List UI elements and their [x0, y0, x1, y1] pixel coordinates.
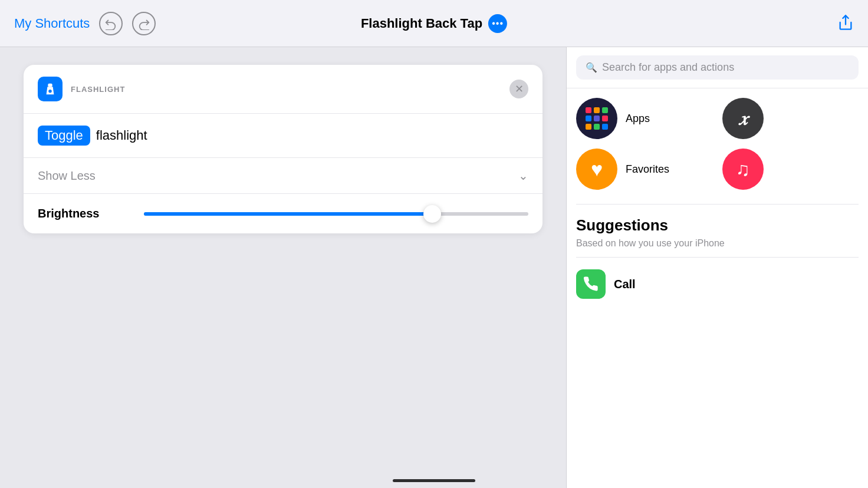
apps-icon-circle — [576, 98, 617, 139]
show-less-row[interactable]: Show Less ⌄ — [24, 158, 542, 194]
section-divider — [576, 204, 859, 205]
toggle-badge[interactable]: Toggle — [38, 126, 90, 146]
suggestion-call-label: Call — [614, 278, 636, 291]
heart-icon: ♥ — [591, 158, 603, 181]
search-placeholder-text: Search for apps and actions — [602, 61, 734, 74]
share-button[interactable] — [837, 14, 854, 33]
flashlight-label: flashlight — [96, 128, 147, 143]
flashlight-app-icon — [38, 77, 63, 101]
favorites-item-label: Favorites — [626, 163, 669, 176]
scripting-icon-circle: 𝑥 — [722, 98, 764, 139]
card-header-left: FLASHLIGHT — [38, 77, 125, 101]
phone-icon-circle — [576, 269, 606, 299]
slider-fill — [144, 212, 432, 216]
apps-section: Apps 𝑥 ♥ Favorites — [576, 98, 859, 190]
music-note-icon: ♫ — [736, 159, 750, 180]
music-icon-circle: ♫ — [722, 149, 764, 190]
undo-icon — [104, 17, 117, 30]
brightness-row: Brightness — [24, 194, 542, 233]
app-item-apps[interactable]: Apps — [576, 98, 713, 139]
action-card: FLASHLIGHT ✕ Toggle flashlight Show Less… — [24, 65, 542, 233]
close-action-button[interactable]: ✕ — [509, 80, 528, 98]
flashlight-svg-icon — [44, 83, 57, 95]
favorites-icon-circle: ♥ — [576, 149, 617, 190]
app-item-scripting[interactable]: 𝑥 — [722, 98, 859, 139]
header-right — [837, 14, 854, 33]
suggestions-divider — [576, 257, 859, 258]
show-less-label: Show Less — [38, 169, 96, 183]
left-panel: FLASHLIGHT ✕ Toggle flashlight Show Less… — [0, 47, 566, 488]
share-icon — [837, 14, 854, 31]
slider-thumb[interactable] — [423, 205, 441, 223]
more-options-button[interactable]: ••• — [488, 14, 507, 33]
scripting-x-icon: 𝑥 — [739, 108, 747, 130]
search-input-wrapper[interactable]: 🔍 Search for apps and actions — [576, 55, 859, 80]
redo-button[interactable] — [132, 12, 156, 35]
right-panel: 🔍 Search for apps and actions Apps — [566, 47, 868, 488]
svg-point-1 — [48, 90, 52, 93]
slider-track — [144, 212, 528, 216]
suggestion-item-call[interactable]: Call — [576, 265, 859, 304]
app-item-favorites[interactable]: ♥ Favorites — [576, 149, 713, 190]
app-item-music[interactable]: ♫ — [722, 149, 859, 190]
header: My Shortcuts Flashlight Back Tap ••• — [0, 0, 868, 47]
card-header: FLASHLIGHT ✕ — [24, 65, 542, 114]
main-content: FLASHLIGHT ✕ Toggle flashlight Show Less… — [0, 47, 868, 488]
apps-grid: Apps 𝑥 ♥ Favorites — [576, 98, 859, 190]
apps-grid-icon — [586, 107, 608, 130]
header-left: My Shortcuts — [14, 12, 156, 35]
brightness-label: Brightness — [38, 207, 132, 220]
action-app-label: FLASHLIGHT — [71, 85, 125, 94]
apps-item-label: Apps — [626, 113, 650, 125]
toggle-row: Toggle flashlight — [24, 114, 542, 158]
chevron-down-icon: ⌄ — [518, 169, 528, 183]
search-bar: 🔍 Search for apps and actions — [567, 47, 868, 88]
suggestions-section: Suggestions Based on how you use your iP… — [576, 212, 859, 308]
home-indicator — [393, 479, 475, 482]
undo-button[interactable] — [99, 12, 123, 35]
svg-rect-0 — [48, 84, 52, 87]
brightness-slider-container[interactable] — [144, 212, 528, 216]
shortcut-title: Flashlight Back Tap — [361, 16, 482, 31]
search-icon: 🔍 — [586, 62, 597, 73]
suggestions-title: Suggestions — [576, 216, 859, 235]
right-content: Apps 𝑥 ♥ Favorites — [567, 88, 868, 488]
more-dots-icon: ••• — [492, 19, 504, 28]
header-title-area: Flashlight Back Tap ••• — [361, 14, 507, 33]
redo-icon — [137, 17, 150, 30]
suggestions-subtitle: Based on how you use your iPhone — [576, 238, 859, 249]
phone-icon — [583, 276, 599, 292]
my-shortcuts-button[interactable]: My Shortcuts — [14, 16, 90, 31]
